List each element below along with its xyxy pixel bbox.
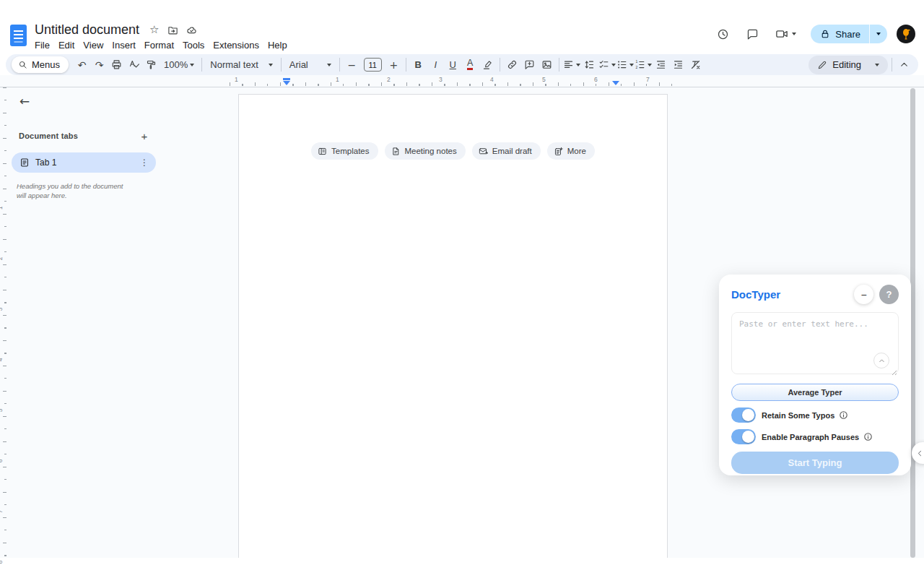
chip-more[interactable]: More — [547, 142, 595, 160]
spell-check-button[interactable] — [126, 56, 142, 74]
increase-indent-button[interactable] — [670, 56, 687, 74]
vertical-scrollbar[interactable] — [910, 88, 915, 558]
h-ruler-label: 4 — [490, 76, 494, 83]
redo-button[interactable]: ↷ — [91, 56, 108, 74]
tab-document-icon — [19, 158, 30, 168]
ruler-ticks — [230, 82, 679, 86]
collapse-textarea-button[interactable] — [873, 353, 889, 368]
checklist-button[interactable] — [598, 56, 616, 74]
left-indent-marker[interactable] — [283, 81, 290, 85]
tab-options-button[interactable]: ⋮ — [140, 158, 149, 168]
print-button[interactable] — [108, 56, 125, 74]
toolbar-divider — [892, 58, 892, 72]
chip-label: More — [567, 147, 586, 155]
font-size-input[interactable]: 11 — [364, 58, 382, 72]
document-title[interactable]: Untitled document — [35, 22, 139, 38]
increase-font-size-button[interactable]: + — [385, 56, 402, 74]
google-docs-logo-icon[interactable] — [10, 25, 27, 46]
line-spacing-icon — [584, 59, 595, 70]
share-button[interactable]: Share — [811, 25, 869, 43]
v-ruler-label: 2 — [0, 257, 4, 261]
paint-format-button[interactable] — [143, 56, 160, 74]
undo-button[interactable]: ↶ — [74, 56, 90, 74]
account-avatar[interactable] — [897, 25, 915, 43]
h-ruler-label: 1 — [336, 76, 339, 83]
bulleted-list-icon — [616, 59, 627, 70]
italic-button[interactable]: I — [427, 56, 444, 74]
text-color-button[interactable]: A — [462, 56, 479, 74]
v-ruler-label: 5 — [0, 409, 4, 413]
font-select[interactable]: Arial — [285, 56, 336, 74]
paragraph-pauses-toggle[interactable] — [731, 429, 756, 444]
bulleted-list-button[interactable] — [616, 56, 634, 74]
menu-tools[interactable]: Tools — [178, 39, 209, 51]
menu-view[interactable]: View — [79, 39, 108, 51]
paragraph-style-select[interactable]: Normal text — [206, 56, 276, 74]
decrease-font-size-button[interactable]: − — [344, 56, 360, 74]
numbered-list-button[interactable] — [635, 56, 652, 74]
add-comment-button[interactable] — [521, 56, 538, 74]
add-tab-button[interactable]: + — [137, 129, 152, 143]
document-tabs-sidebar: ← Document tabs + Tab 1 ⋮ Headings you a… — [12, 91, 156, 200]
editing-mode-select[interactable]: Editing — [808, 56, 888, 74]
highlight-color-button[interactable] — [479, 56, 496, 74]
vertical-ruler[interactable]: 1 2 3 4 5 6 7 8 — [0, 87, 7, 558]
menu-file[interactable]: File — [30, 39, 54, 51]
typing-speed-button[interactable]: Average Typer — [731, 384, 899, 401]
paragraph-style-value: Normal text — [210, 59, 258, 70]
first-line-indent-marker[interactable] — [283, 78, 290, 80]
typos-info-button[interactable] — [839, 410, 848, 420]
retain-typos-toggle[interactable] — [731, 407, 756, 423]
move-folder-icon[interactable] — [167, 25, 178, 35]
menu-format[interactable]: Format — [140, 39, 178, 51]
minimize-button[interactable]: − — [854, 285, 873, 304]
underline-button[interactable]: U — [445, 56, 461, 74]
menu-help[interactable]: Help — [263, 39, 292, 51]
share-dropdown-button[interactable] — [869, 25, 887, 43]
sidebar-item-tab1[interactable]: Tab 1 ⋮ — [12, 152, 156, 173]
menu-edit[interactable]: Edit — [54, 39, 79, 51]
doctyper-text-input[interactable] — [731, 312, 899, 374]
bold-button[interactable]: B — [410, 56, 427, 74]
toolbar-divider — [201, 58, 202, 72]
menu-extensions[interactable]: Extensions — [209, 39, 263, 51]
insert-link-button[interactable] — [504, 56, 520, 74]
pauses-info-button[interactable] — [863, 432, 873, 441]
insert-image-button[interactable] — [539, 56, 555, 74]
line-spacing-button[interactable] — [581, 56, 598, 74]
clear-formatting-button[interactable] — [687, 56, 704, 74]
decrease-indent-button[interactable] — [653, 56, 669, 74]
toolbar-divider — [339, 58, 340, 72]
hide-menus-button[interactable] — [896, 56, 912, 74]
mail-icon — [479, 147, 488, 156]
numbered-list-icon — [635, 59, 645, 70]
editing-mode-value: Editing — [832, 59, 861, 70]
chip-meeting-notes[interactable]: Meeting notes — [385, 142, 466, 160]
version-history-button[interactable] — [710, 23, 735, 45]
align-button[interactable] — [563, 56, 580, 74]
toolbar-divider — [500, 58, 500, 72]
h-ruler-label: 7 — [646, 76, 650, 83]
meet-button[interactable] — [770, 23, 801, 45]
search-menus-button[interactable]: Menus — [12, 56, 69, 73]
cloud-status-icon[interactable] — [186, 25, 197, 35]
highlighter-icon — [482, 59, 493, 70]
horizontal-ruler[interactable]: 1 1 2 3 4 5 6 7 — [0, 75, 924, 87]
right-indent-marker[interactable] — [612, 81, 619, 85]
star-icon[interactable]: ☆ — [149, 23, 159, 36]
doc-icon — [391, 147, 401, 156]
zoom-select[interactable]: 100% — [160, 56, 198, 74]
menu-insert[interactable]: Insert — [108, 39, 140, 51]
h-ruler-label: 2 — [387, 76, 391, 83]
chip-email-draft[interactable]: Email draft — [472, 142, 541, 160]
comments-button[interactable] — [740, 23, 764, 45]
help-button[interactable]: ? — [879, 285, 899, 304]
history-clock-icon — [717, 28, 729, 40]
document-page[interactable]: Templates Meeting notes Email draft More — [238, 94, 668, 558]
start-typing-button[interactable]: Start Typing — [731, 452, 899, 474]
align-left-icon — [563, 59, 574, 70]
chip-templates[interactable]: Templates — [311, 142, 378, 160]
chip-label: Meeting notes — [405, 147, 457, 155]
doctyper-title: DocTyper — [731, 288, 780, 301]
close-sidebar-button[interactable]: ← — [14, 91, 35, 111]
